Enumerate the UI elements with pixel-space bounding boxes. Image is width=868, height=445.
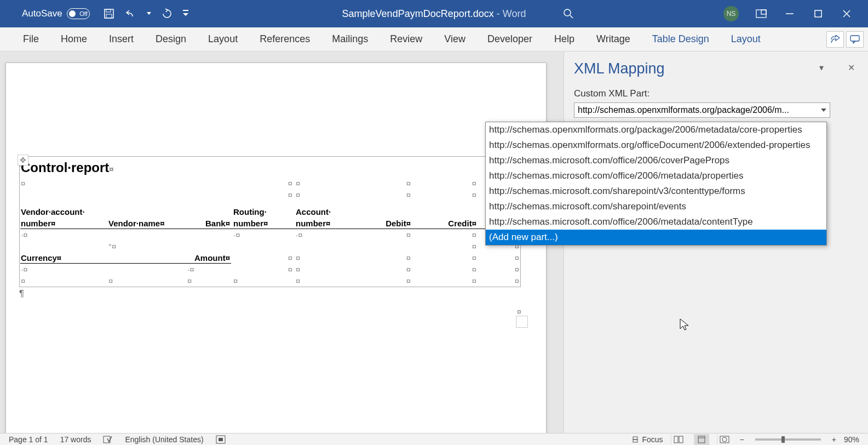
dropdown-option[interactable]: http://schemas.openxmlformats.org/office… [486, 138, 826, 153]
status-language[interactable]: English (United States) [125, 435, 203, 444]
title-bar: AutoSave Off SampleVendPaymDocReport.doc… [0, 0, 868, 27]
col-routing: Routing· [232, 206, 295, 218]
undo-icon[interactable] [125, 8, 137, 20]
svg-line-5 [570, 15, 573, 18]
macro-icon[interactable] [216, 435, 226, 444]
undo-dropdown-icon[interactable] [147, 8, 151, 20]
tab-review[interactable]: Review [379, 27, 433, 52]
svg-rect-18 [674, 436, 678, 443]
document-title: SampleVendPaymDocReport.docx - Word [342, 8, 526, 20]
col-vendor-account: Vendor·account· [20, 206, 107, 218]
tab-table-layout[interactable]: Layout [720, 27, 772, 52]
svg-rect-15 [219, 438, 223, 441]
pane-options-icon[interactable]: ▾ [817, 62, 826, 72]
print-layout-icon[interactable] [694, 434, 709, 445]
svg-rect-3 [183, 10, 188, 11]
dropdown-option[interactable]: http://schemas.openxmlformats.org/packag… [486, 122, 826, 138]
qat-customize-icon[interactable] [183, 8, 188, 20]
col-vendor-name: Vendor·name¤ [107, 218, 186, 229]
comments-icon[interactable] [846, 31, 864, 48]
focus-mode-icon[interactable]: Focus [631, 435, 663, 444]
cell-marker: ¤ [517, 307, 521, 316]
page: ¶ ✥ Control·report¤ ¤ ¤ ¤ ¤ ¤ ¤ ¤ ¤ ¤ [5, 62, 547, 433]
svg-rect-9 [815, 10, 821, 17]
document-canvas[interactable]: ¶ ✥ Control·report¤ ¤ ¤ ¤ ¤ ¤ ¤ ¤ ¤ ¤ [0, 52, 564, 433]
col-bank: Bank¤ [186, 218, 232, 229]
svg-rect-7 [761, 10, 766, 14]
tab-view[interactable]: View [433, 27, 476, 52]
svg-rect-12 [850, 36, 859, 41]
dropdown-option[interactable]: http://schemas.microsoft.com/office/2006… [486, 168, 826, 184]
zoom-slider[interactable] [755, 438, 821, 441]
save-icon[interactable] [103, 8, 115, 20]
svg-rect-16 [633, 437, 637, 440]
read-mode-icon[interactable] [671, 434, 686, 445]
dropdown-option[interactable]: http://schemas.microsoft.com/sharepoint/… [486, 184, 826, 199]
share-icon[interactable] [826, 31, 844, 48]
xml-part-combo[interactable]: http://schemas.openxmlformats.org/packag… [574, 102, 830, 118]
combo-label: Custom XML Part: [574, 88, 868, 99]
document-table[interactable]: ✥ Control·report¤ ¤ ¤ ¤ ¤ ¤ ¤ ¤ ¤ ¤ ¤ [19, 156, 521, 287]
tab-layout[interactable]: Layout [197, 27, 249, 52]
svg-rect-19 [679, 436, 683, 443]
tab-mailings[interactable]: Mailings [321, 27, 379, 52]
dropdown-option-add-new[interactable]: (Add new part...) [486, 230, 826, 245]
col-account-2: number¤ [295, 218, 364, 229]
svg-point-23 [722, 437, 727, 442]
col-account: Account· [295, 206, 364, 218]
tab-insert[interactable]: Insert [98, 27, 145, 52]
status-page[interactable]: Page 1 of 1 [9, 435, 48, 444]
col-credit: Credit¤ [413, 218, 479, 229]
dropdown-option[interactable]: http://schemas.microsoft.com/sharepoint/… [486, 199, 826, 214]
svg-rect-2 [106, 14, 112, 18]
pilcrow-icon: ¶ [19, 288, 546, 299]
tab-help[interactable]: Help [543, 27, 585, 52]
col-routing-2: number¤ [232, 218, 295, 229]
user-avatar[interactable]: NS [723, 6, 739, 21]
zoom-level[interactable]: 90% [844, 435, 859, 444]
pane-close-icon[interactable]: ✕ [846, 62, 856, 72]
table-move-handle-icon[interactable]: ✥ [18, 155, 28, 166]
web-layout-icon[interactable] [717, 434, 732, 445]
xml-part-dropdown[interactable]: http://schemas.openxmlformats.org/packag… [485, 122, 827, 246]
dropdown-option[interactable]: http://schemas.microsoft.com/office/2006… [486, 214, 826, 230]
redo-icon[interactable] [161, 8, 173, 20]
dropdown-option[interactable]: http://schemas.microsoft.com/office/2006… [486, 153, 826, 168]
tab-table-design[interactable]: Table Design [641, 27, 720, 52]
table-resize-handle[interactable] [516, 316, 528, 328]
chevron-down-icon[interactable] [821, 109, 826, 112]
svg-rect-20 [698, 436, 705, 443]
cursor-icon [679, 318, 690, 331]
tab-home[interactable]: Home [50, 27, 98, 52]
tab-developer[interactable]: Developer [476, 27, 543, 52]
svg-point-4 [564, 9, 571, 16]
close-icon[interactable] [841, 8, 853, 20]
svg-rect-0 [105, 9, 113, 18]
svg-rect-17 [633, 440, 637, 442]
minimize-icon[interactable] [784, 8, 796, 20]
toggle-switch[interactable]: Off [67, 8, 90, 19]
col-vendor-account-2: number¤ [20, 218, 107, 229]
spellcheck-icon[interactable] [103, 435, 113, 444]
autosave-label: AutoSave [22, 8, 62, 19]
ribbon-tabs: File Home Insert Design Layout Reference… [0, 27, 868, 52]
autosave-toggle[interactable]: AutoSave Off [0, 8, 90, 19]
row-amount-label: Amount¤ [186, 252, 232, 264]
table-title: Control·report¤ [20, 157, 520, 178]
maximize-icon[interactable] [812, 8, 824, 20]
tab-references[interactable]: References [249, 27, 321, 52]
search-icon[interactable] [563, 8, 574, 19]
status-bar: Page 1 of 1 17 words English (United Sta… [0, 433, 868, 445]
zoom-out-icon[interactable]: − [740, 435, 744, 444]
tab-design[interactable]: Design [145, 27, 197, 52]
row-currency-label: Currency¤ [20, 252, 107, 264]
tab-writage[interactable]: Writage [585, 27, 641, 52]
zoom-in-icon[interactable]: + [832, 435, 836, 444]
display-options-icon[interactable] [755, 8, 767, 20]
tab-file[interactable]: File [12, 27, 50, 52]
status-words[interactable]: 17 words [60, 435, 91, 444]
combo-value: http://schemas.openxmlformats.org/packag… [578, 105, 789, 115]
col-debit: Debit¤ [364, 218, 413, 229]
